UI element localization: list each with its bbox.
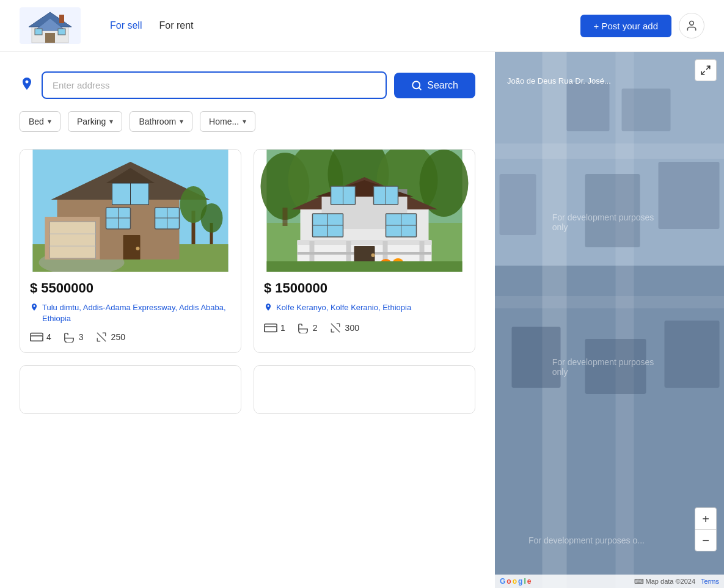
area-icon [95,332,108,343]
svg-rect-88 [585,174,640,247]
post-add-button[interactable]: + Post your add [580,15,671,37]
bed-filter[interactable]: Bed ▾ [20,111,60,132]
home-type-filter[interactable]: Home... ▾ [200,111,255,132]
nav-for-sell[interactable]: For sell [110,20,142,31]
svg-point-8 [690,21,694,26]
location-pin-icon [20,76,34,95]
nav: For sell For rent [110,20,561,31]
svg-rect-4 [45,33,55,43]
logo-icon [20,7,81,44]
search-icon [411,80,422,91]
svg-rect-5 [35,29,42,35]
svg-rect-75 [267,261,463,272]
map-background [495,52,724,588]
svg-rect-84 [495,296,724,308]
map-dev-text-2: For development purposes only [552,357,667,377]
google-logo: Google [500,577,531,586]
main-container: Search Bed ▾ Parking ▾ Bathroom ▾ Home..… [0,52,724,588]
chevron-down-icon: ▾ [109,117,113,126]
search-row: Search [20,71,475,99]
header: For sell For rent + Post your add [0,0,724,52]
user-account-button[interactable] [679,13,704,38]
listing-card[interactable]: $ 1500000 Kolfe Keranyo, Kolfe Keranio, … [254,149,475,353]
terms-link[interactable]: Terms [701,578,719,585]
parking-filter[interactable]: Parking ▾ [68,111,122,132]
svg-rect-82 [616,52,634,588]
listing-image-1 [20,150,241,272]
listing-card-partial[interactable] [20,365,241,414]
svg-rect-46 [283,208,288,226]
user-icon [686,20,698,32]
svg-rect-76 [265,327,277,332]
map-zoom-out-button[interactable]: − [695,529,717,551]
map-dev-text-3: For development purposes o... [528,535,645,545]
map-road-label: João de Deus Rua Dr. José... [507,76,611,85]
chevron-down-icon: ▾ [180,117,183,126]
chevron-down-icon: ▾ [243,117,246,126]
svg-rect-59 [298,240,432,245]
filter-row: Bed ▾ Parking ▾ Bathroom ▾ Home... ▾ [20,111,475,132]
svg-line-11 [419,87,421,89]
svg-rect-61 [346,241,351,263]
bath-feature: 2 [296,322,318,333]
svg-point-35 [201,203,223,233]
svg-point-31 [136,247,140,250]
bathroom-filter[interactable]: Bathroom ▾ [130,111,192,132]
svg-rect-86 [622,89,671,131]
svg-rect-83 [495,143,724,159]
map-dev-text-1: For development purposes only [552,212,667,232]
bed-feature: 1 [264,322,285,333]
keyboard-icon: ⌨ [634,578,644,585]
logo [20,7,81,44]
svg-rect-60 [310,241,315,263]
listings-panel: Search Bed ▾ Parking ▾ Bathroom ▾ Home..… [0,52,495,588]
listing-body: $ 1500000 Kolfe Keranyo, Kolfe Keranio, … [254,272,475,343]
svg-point-66 [371,253,375,257]
listing-price: $ 5500000 [30,280,231,296]
header-actions: + Post your add [580,13,704,38]
svg-rect-81 [543,52,567,588]
svg-line-93 [707,66,710,69]
listing-image-2 [254,150,475,272]
svg-line-94 [701,71,704,74]
map-zoom-in-button[interactable]: + [695,507,717,529]
listing-location: Kolfe Keranyo, Kolfe Keranio, Ethiopia [264,302,465,315]
svg-rect-7 [59,15,64,23]
map-zoom-controls: + − [695,507,717,551]
bed-icon [264,322,277,333]
area-feature: 250 [95,332,125,343]
nav-for-rent[interactable]: For rent [159,20,193,31]
area-icon [329,322,342,333]
search-button[interactable]: Search [394,73,475,98]
location-pin-icon [30,303,38,315]
svg-rect-63 [420,241,425,263]
fullscreen-icon [700,65,711,76]
bed-feature: 4 [30,332,51,343]
bath-icon [62,332,76,343]
svg-rect-6 [58,29,65,35]
map-panel: João de Deus Rua Dr. José... For develop… [495,52,724,588]
map-attribution: ⌨ Map data ©2024 Terms [634,578,720,586]
bath-icon [296,322,310,333]
listing-body: $ 5500000 Tulu dimtu, Addis-Adama Expres… [20,272,241,352]
svg-rect-87 [500,174,536,235]
listing-features: 1 2 300 [264,322,465,333]
svg-rect-36 [31,336,43,341]
listing-card-partial[interactable] [254,365,475,414]
bed-icon [30,332,43,343]
listing-location: Tulu dimtu, Addis-Adama Expressway, Addi… [30,302,231,324]
listings-grid: $ 5500000 Tulu dimtu, Addis-Adama Expres… [20,149,475,414]
listing-card[interactable]: $ 5500000 Tulu dimtu, Addis-Adama Expres… [20,149,241,353]
svg-rect-92 [665,321,720,388]
svg-rect-89 [659,162,720,229]
location-pin-icon [264,303,272,315]
search-input[interactable] [42,71,387,99]
listing-features: 4 3 250 [30,332,231,343]
listing-price: $ 1500000 [264,280,465,296]
bath-feature: 3 [62,332,84,343]
map-footer: Google ⌨ Map data ©2024 Terms [495,575,724,588]
svg-rect-17 [50,222,96,258]
map-fullscreen-button[interactable] [695,59,717,81]
area-feature: 300 [329,322,359,333]
svg-rect-85 [567,82,610,131]
